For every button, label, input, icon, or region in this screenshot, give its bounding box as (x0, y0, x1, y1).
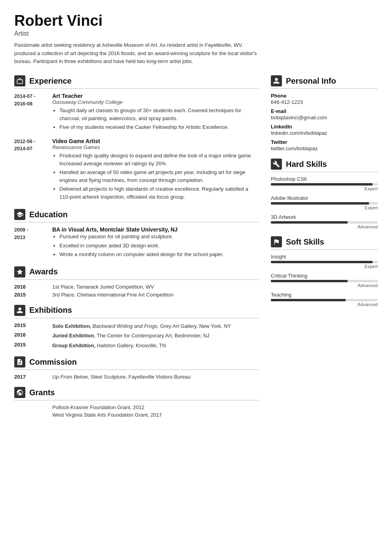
header: Robert Vinci Artist Passionate artist se… (14, 13, 378, 66)
left-column: Experience 2014-07 -2016-08 Art Teacher … (14, 75, 259, 425)
award-year-2: 2015 (14, 292, 46, 298)
exhibit-row-1: 2015 Solo Exhibition, Backward Writing a… (14, 322, 259, 330)
skill-bar-fill-photoshop (271, 183, 373, 186)
candidate-name: Robert Vinci (14, 13, 378, 29)
awards-icon (14, 266, 25, 278)
exhibitions-section: Exhibitions 2015 Solo Exhibition, Backwa… (14, 305, 259, 350)
entry-bullets-2: Produced high quality designs to expand … (52, 152, 259, 201)
awards-section-header: Awards (14, 266, 259, 280)
soft-skills-icon (271, 236, 282, 247)
pi-linkedin-value: linkedin.com/in/boblapaz (271, 130, 378, 136)
exhibit-year-3: 2015 (14, 342, 46, 350)
skill-bar-bg-illustrator (271, 202, 378, 205)
commission-title: Commission (29, 358, 77, 367)
award-year-1: 2016 (14, 284, 46, 290)
pi-phone-value: 646-412-1223 (271, 99, 378, 105)
hard-skills-title: Hard Skills (286, 160, 327, 169)
entry-title-2: Video Game Artist (52, 138, 259, 144)
personal-info-icon (271, 75, 282, 86)
soft-skills-header: Soft Skills (271, 236, 378, 250)
hard-skills-header: Hard Skills (271, 159, 378, 172)
skill-name-insight: Insight (271, 254, 378, 260)
pi-twitter-label: Twitter (271, 139, 378, 145)
skill-level-photoshop: Expert (271, 186, 378, 191)
awards-section: Awards 2016 1st Place, Tamarack Juried C… (14, 266, 259, 298)
experience-title: Experience (29, 77, 72, 86)
skill-bar-fill-insight (271, 261, 373, 263)
skill-name-photoshop: Photoshop CS6 (271, 176, 378, 182)
award-desc-1: 1st Place, Tamarack Juried Competition, … (52, 284, 154, 290)
award-row-2: 2015 3rd Place, Chelsea International Fi… (14, 292, 259, 298)
education-section: Education 2009 -2013 BA in Visual Arts, … (14, 209, 259, 259)
resume-page: Robert Vinci Artist Passionate artist se… (14, 13, 378, 425)
commission-section-header: Commission (14, 356, 259, 370)
education-icon (14, 209, 25, 220)
exhibit-year-2: 2016 (14, 332, 46, 340)
grant-item-1: Pollock-Krasner Foundation Grant, 2012 (14, 404, 259, 410)
exhibitions-icon (14, 305, 25, 316)
skill-level-insight: Expert (271, 264, 378, 269)
skill-teaching: Teaching Advanced (271, 292, 378, 307)
pi-twitter-value: twitter.com/boblapaz (271, 145, 378, 151)
bullet: Pursued my passion for oil painting and … (59, 233, 259, 241)
skill-insight: Insight Expert (271, 254, 378, 269)
exhibit-row-2: 2016 Juried Exhibition, The Center for C… (14, 332, 259, 340)
commission-row-1: 2017 Up From Below, Steel Sculpture, Fay… (14, 374, 259, 380)
experience-section-header: Experience (14, 75, 259, 89)
pi-email-label: E-mail (271, 108, 378, 114)
exhibit-desc-1: Solo Exhibition, Backward Writing and Fr… (52, 322, 231, 330)
soft-skills-title: Soft Skills (286, 237, 324, 247)
soft-skills-section: Soft Skills Insight Expert Critical Thin… (271, 236, 378, 307)
exhibit-year-1: 2015 (14, 322, 46, 330)
grants-icon (14, 387, 25, 398)
skill-name-teaching: Teaching (271, 292, 378, 298)
edu-content-1: BA in Visual Arts, Montclair State Unive… (52, 226, 259, 259)
skill-bar-bg-3dartwork (271, 221, 378, 224)
skill-name-illustrator: Adobe Illustrator (271, 195, 378, 201)
entry-bullets-1: Taught daily art classes to groups of 30… (52, 107, 259, 131)
awards-title: Awards (29, 267, 58, 276)
skill-photoshop: Photoshop CS6 Expert (271, 176, 378, 191)
exhibit-desc-3: Group Exhibition, Hallston Gallery, Knox… (52, 342, 166, 350)
experience-icon (14, 75, 25, 86)
award-row-1: 2016 1st Place, Tamarack Juried Competit… (14, 284, 259, 290)
grants-section-header: Grants (14, 387, 259, 400)
education-entry-1: 2009 -2013 BA in Visual Arts, Montclair … (14, 226, 259, 259)
bullet: Taught daily art classes to groups of 30… (59, 107, 259, 122)
bullet: Excelled in computer aided 3D design wor… (59, 242, 259, 250)
bullet: Five of my students received the Casker … (59, 123, 259, 131)
entry-content-2: Video Game Artist Renaissance Games Prod… (52, 138, 259, 202)
commission-year-1: 2017 (14, 374, 46, 380)
right-column: Personal Info Phone 646-412-1223 E-mail … (271, 75, 378, 425)
skill-critical-thinking: Critical Thinking Advanced (271, 273, 378, 288)
edu-title-1: BA in Visual Arts, Montclair State Unive… (52, 226, 259, 233)
skill-bar-bg-teaching (271, 299, 378, 301)
candidate-summary: Passionate artist seeking residency at A… (14, 41, 260, 66)
entry-org-2: Renaissance Games (52, 144, 259, 150)
skill-bar-bg-critical-thinking (271, 280, 378, 282)
personal-info-title: Personal Info (286, 77, 336, 86)
exhibitions-section-header: Exhibitions (14, 305, 259, 318)
skill-illustrator: Adobe Illustrator Expert (271, 195, 378, 210)
pi-phone: Phone 646-412-1223 (271, 93, 378, 105)
skill-level-illustrator: Expert (271, 205, 378, 210)
edu-dates-1: 2009 -2013 (14, 226, 46, 259)
skill-bar-fill-teaching (271, 299, 346, 301)
bullet: Handled an average of 50 video game art … (59, 168, 259, 184)
skill-bar-bg-photoshop (271, 183, 378, 186)
candidate-title: Artist (14, 30, 378, 37)
award-desc-2: 3rd Place, Chelsea International Fine Ar… (52, 292, 173, 298)
commission-desc-1: Up From Below, Steel Sculpture, Fayettev… (52, 374, 190, 380)
skill-name-3dartwork: 3D Artwork (271, 214, 378, 220)
exhibit-desc-2: Juried Exhibition, The Center for Contem… (52, 332, 209, 340)
bullet: Delivered all projects to high standards… (59, 185, 259, 201)
experience-entry-2: 2012-06 -2014-07 Video Game Artist Renai… (14, 138, 259, 202)
bullet: Produced high quality designs to expand … (59, 152, 259, 168)
entry-dates-2: 2012-06 -2014-07 (14, 138, 46, 202)
personal-info-section: Personal Info Phone 646-412-1223 E-mail … (271, 75, 378, 151)
personal-info-header: Personal Info (271, 75, 378, 89)
grants-section: Grants Pollock-Krasner Foundation Grant,… (14, 387, 259, 418)
grant-item-2: West Virginia State Arts Foundation Gran… (14, 412, 259, 418)
commission-icon (14, 356, 25, 367)
education-title: Education (29, 210, 68, 219)
